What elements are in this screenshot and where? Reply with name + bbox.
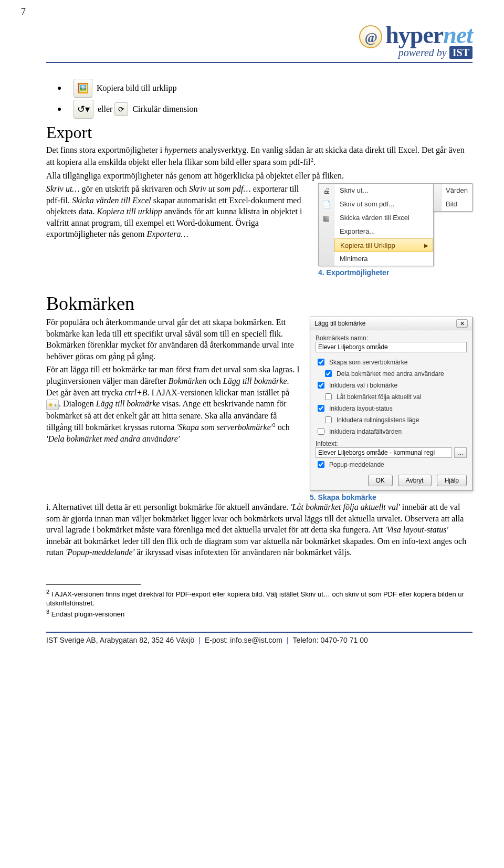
add-bookmark-dialog: Lägg till bokmärke ✕ Bokmärkets namn: Sk…: [310, 317, 472, 491]
chk-layout-status[interactable]: [318, 405, 324, 412]
chk-input-values[interactable]: [318, 428, 324, 435]
logo-icon: [359, 25, 382, 48]
t: Lägg till bokmärke: [223, 377, 287, 385]
bullet-dot: [58, 108, 61, 111]
t: i. Alternativet till detta är ett person…: [46, 503, 290, 511]
ist-badge: IST: [449, 46, 472, 59]
help-button[interactable]: Hjälp: [437, 475, 467, 486]
context-submenu[interactable]: Värden Bild: [433, 183, 472, 212]
logo-block: hypernet powered by IST: [46, 21, 472, 59]
page-footer: IST Sverige AB, Arabygatan 82, 352 46 Vä…: [46, 632, 472, 644]
infotext-label: Infotext:: [316, 440, 338, 447]
dimension-dropdown-icon: ↺▾: [74, 100, 93, 119]
ok-button[interactable]: OK: [368, 475, 393, 486]
blank-icon: [319, 238, 334, 252]
header-divider: [46, 62, 472, 63]
chk-share-bookmark[interactable]: [325, 370, 332, 377]
t: . I AJAX-versionen klickar man istället …: [148, 388, 290, 397]
figure-5-caption: 5. Skapa bokmärke: [310, 493, 472, 501]
t: Skicka värden till Excel: [72, 196, 151, 205]
submenu-item-values[interactable]: Värden: [442, 184, 472, 197]
dialog-title: Lägg till bokmärke: [314, 320, 365, 327]
infotext-input[interactable]: [316, 447, 452, 458]
footnote-2: 2 I AJAX-versionen finns inget direktval…: [46, 588, 472, 608]
t: Endast plugin-versionen: [51, 611, 124, 619]
t: är ikryssad visas infotexten för använda…: [134, 548, 352, 557]
printer-icon: 🖨: [319, 184, 334, 197]
figure-4-caption: 4. Exportmöjligheter: [318, 268, 472, 277]
copy-image-icon: 🖼️: [74, 79, 92, 98]
t: . Dialogen: [59, 399, 96, 408]
chk-scroll-pos-label: Inkludera rullningslistens läge: [337, 416, 419, 424]
logo-net: net: [443, 22, 472, 48]
context-menu[interactable]: 🖨 📄 ▦ Skriv ut... Skriv ut som pdf... Sk…: [318, 183, 434, 266]
bullet-1-text: Kopiera bild till urklipp: [97, 83, 176, 93]
footnote-3: 3 Endast plugin-versionen: [46, 608, 472, 619]
powered-text: powered by: [398, 47, 447, 58]
t: hypernets: [164, 145, 197, 154]
t: Kopiera till urklipp: [97, 207, 162, 216]
page-number: 7: [21, 6, 26, 17]
t: ctrl+B: [125, 388, 148, 397]
t: 'Låt bokmärket följa aktuellt val': [290, 503, 400, 511]
chk-follow-selection[interactable]: [325, 393, 332, 400]
bookmark-add-icon: [46, 400, 59, 410]
chk-layout-status-label: Inkludera layout-status: [329, 405, 393, 412]
bullet-dot: [58, 87, 61, 90]
pdf-icon: 📄: [319, 197, 334, 211]
export-intro: Det finns stora exportmöjligheter i hype…: [46, 144, 472, 168]
bookmarks-p1: För populära och återkommande urval går …: [46, 317, 300, 362]
chk-popup[interactable]: [318, 461, 324, 468]
blank-icon: [319, 225, 334, 238]
footer-address: IST Sverige AB, Arabygatan 82, 352 46 Vä…: [46, 636, 194, 644]
t: Skriv ut som pdf…: [189, 184, 251, 193]
bookmarks-p2: För att lägga till ett bokmärke tar man …: [46, 364, 300, 444]
excel-icon: ▦: [319, 211, 334, 225]
export-detail: Skriv ut… gör en utskrift på skrivaren o…: [46, 183, 309, 240]
t: gör en utskrift på skrivaren och: [80, 184, 189, 193]
export-access: Alla tillgängliga exportmöjligheter nås …: [46, 170, 472, 182]
cancel-button[interactable]: Avbryt: [398, 475, 432, 486]
chk-server-bookmark[interactable]: [318, 359, 324, 365]
chk-popup-label: Popup-meddelande: [329, 461, 384, 468]
footnote-divider: [46, 584, 141, 585]
menu-item-export[interactable]: Exportera...: [334, 225, 433, 238]
t: Skriv ut…: [46, 184, 80, 193]
chk-follow-selection-label: Låt bokmärket följa aktuellt val: [337, 393, 421, 401]
t: .: [313, 158, 316, 166]
bookmarks-p2-cont: i. Alternativet till detta är ett person…: [46, 501, 472, 558]
blank-icon: [319, 252, 334, 266]
t: Lägg till bokmärke: [96, 399, 160, 408]
chk-include-selection[interactable]: [318, 382, 324, 389]
t: och: [207, 377, 223, 385]
logo-hyper: hyper: [385, 22, 443, 48]
t: och: [276, 423, 290, 432]
t: Exportera…: [147, 229, 188, 238]
chk-scroll-pos[interactable]: [325, 416, 332, 423]
bullet-2-mid: eller: [98, 104, 112, 114]
submenu-item-image[interactable]: Bild: [442, 197, 472, 211]
menu-item-send-excel[interactable]: Skicka värden till Excel: [334, 211, 433, 225]
refresh-icon: ⟳: [114, 102, 128, 116]
infotext-browse-button[interactable]: …: [454, 447, 467, 458]
close-icon[interactable]: ✕: [456, 319, 468, 328]
bookmark-name-label: Bokmärkets namn:: [316, 334, 368, 342]
t: I AJAX-versionen finns inget direktval f…: [46, 590, 464, 607]
chk-include-selection-label: Inkludera val i bokmärke: [329, 382, 397, 389]
chk-share-bookmark-label: Dela bokmärket med andra användare: [337, 370, 444, 378]
footer-phone: Telefon: 0470-70 71 00: [293, 636, 368, 644]
bullet-list: 🖼️ Kopiera bild till urklipp ↺▾ eller ⟳ …: [58, 79, 472, 119]
menu-item-minimize[interactable]: Minimera: [334, 252, 433, 266]
t: Bokmärken: [169, 377, 207, 385]
export-heading: Export: [46, 123, 472, 142]
t: 'Visa layout-status': [385, 525, 448, 534]
blank-icon: [434, 184, 441, 197]
t: 'Skapa som serverbokmärke': [176, 423, 272, 432]
menu-item-print[interactable]: Skriv ut...: [334, 184, 433, 197]
bookmarks-heading: Bokmärken: [46, 292, 472, 315]
menu-item-copy-clipboard[interactable]: Kopiera till Urklipp: [334, 238, 433, 252]
chk-server-bookmark-label: Skapa som serverbokmärke: [329, 359, 407, 366]
bookmark-name-input[interactable]: [316, 342, 467, 352]
menu-item-print-pdf[interactable]: Skriv ut som pdf...: [334, 197, 433, 211]
footer-email: E-post: info.se@ist.com: [205, 636, 282, 644]
